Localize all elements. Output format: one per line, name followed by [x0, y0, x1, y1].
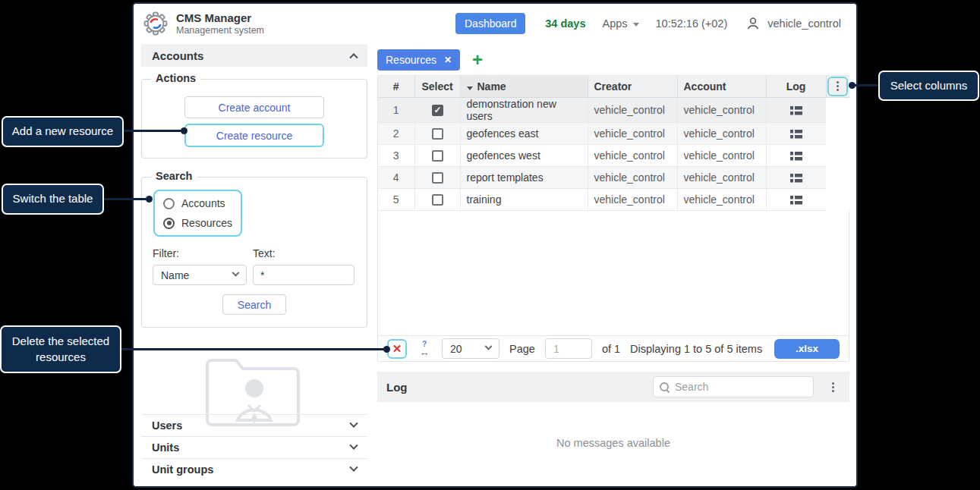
row-checkbox[interactable]	[432, 105, 443, 116]
row-checkbox[interactable]	[432, 172, 443, 184]
log-menu-button[interactable]	[825, 379, 840, 394]
log-title: Log	[386, 381, 408, 394]
app-window: CMS Manager Management system Dashboard …	[132, 2, 858, 488]
row-checkbox[interactable]	[432, 128, 443, 140]
main-content: Resources ✕ + # Select Name Creator Acco…	[377, 44, 849, 71]
user-chip[interactable]: vehicle_control	[745, 16, 841, 31]
sidebar-section-unit-groups[interactable]: Unit groups	[141, 458, 367, 480]
chevron-up-icon	[349, 53, 358, 61]
radio-resources-control[interactable]	[163, 218, 175, 229]
radio-accounts-control[interactable]	[163, 198, 175, 209]
user-name: vehicle_control	[767, 17, 841, 30]
connector-dot	[146, 196, 153, 203]
row-num: 2	[378, 122, 414, 144]
page-label: Page	[509, 343, 535, 355]
filter-label: Filter:	[153, 247, 253, 259]
row-num: 1	[378, 97, 414, 122]
row-checkbox[interactable]	[432, 194, 443, 206]
table-row[interactable]: 4 report templates vehicle_control vehic…	[378, 166, 849, 188]
page-size-select[interactable]: 20	[442, 338, 499, 359]
row-checkbox[interactable]	[432, 150, 443, 162]
page-size-value: 20	[450, 343, 462, 355]
log-icon[interactable]	[790, 152, 802, 161]
row-num: 5	[378, 188, 414, 210]
connector-line	[102, 198, 150, 200]
row-name: demonstration new users	[460, 97, 588, 122]
row-name: report templates	[460, 166, 588, 188]
table-row[interactable]: 2 geofences east vehicle_control vehicle…	[378, 122, 849, 144]
log-icon[interactable]	[790, 196, 802, 205]
column-header-num[interactable]: #	[378, 76, 414, 97]
add-tab-button[interactable]: +	[472, 51, 483, 69]
column-header-log[interactable]: Log	[766, 76, 826, 97]
connector-dot	[181, 127, 187, 134]
tab-bar: Resources ✕ +	[377, 49, 849, 71]
row-name: geofences west	[460, 144, 588, 166]
fit-columns-icon[interactable]: ? ↔	[417, 341, 432, 357]
items-summary: Displaying 1 to 5 of 5 items	[630, 343, 762, 355]
apps-menu[interactable]: Apps	[602, 17, 638, 30]
apps-menu-label: Apps	[602, 17, 627, 30]
pagination-bar: ✕ ? ↔ 20 Page of 1 Displaying 1 to 5 of …	[378, 335, 849, 361]
table-header-row: # Select Name Creator Account Log	[378, 76, 849, 97]
row-account: vehicle_control	[677, 166, 766, 188]
connector-dot	[849, 82, 856, 89]
table-type-radio-group: Accounts Resources	[153, 190, 242, 237]
row-creator: vehicle_control	[588, 166, 677, 188]
accounts-section-label: Accounts	[152, 49, 203, 62]
column-header-account[interactable]: Account	[677, 76, 766, 97]
log-icon[interactable]	[790, 130, 802, 139]
row-creator: vehicle_control	[588, 188, 677, 210]
clock: 10:52:16 (+02)	[656, 17, 728, 30]
create-account-button[interactable]: Create account	[184, 96, 324, 118]
table-row[interactable]: 3 geofences west vehicle_control vehicle…	[378, 144, 849, 166]
log-empty-message: No messages available	[377, 437, 849, 449]
chevron-down-icon	[232, 269, 240, 277]
callout-delete-selected: Delete the selected resources	[0, 325, 121, 373]
callout-add-resource: Add a new resource	[2, 116, 124, 147]
log-panel: Log No messages available	[377, 372, 849, 449]
chevron-down-icon	[349, 419, 358, 428]
text-label: Text:	[253, 247, 276, 259]
create-resource-button[interactable]: Create resource	[184, 124, 324, 147]
units-section-label: Units	[152, 441, 179, 454]
sidebar-section-units[interactable]: Units	[141, 436, 367, 458]
column-header-name[interactable]: Name	[460, 76, 588, 97]
caret-down-icon	[633, 23, 639, 27]
log-search-box[interactable]	[653, 376, 814, 397]
resources-table-panel: # Select Name Creator Account Log	[377, 75, 849, 362]
filter-select[interactable]: Name	[153, 265, 247, 285]
app-title: CMS Manager	[176, 11, 264, 25]
radio-accounts[interactable]: Accounts	[163, 197, 232, 209]
connector-line	[121, 130, 187, 132]
log-search-input[interactable]	[675, 381, 812, 393]
sidebar-section-accounts[interactable]: Accounts	[141, 44, 367, 67]
search-text-input[interactable]	[253, 265, 355, 285]
radio-resources[interactable]: Resources	[163, 217, 232, 229]
page-number-input[interactable]	[545, 338, 592, 359]
row-num: 4	[378, 166, 414, 188]
column-header-select[interactable]: Select	[414, 76, 460, 97]
tab-resources[interactable]: Resources ✕	[377, 49, 460, 71]
column-header-creator[interactable]: Creator	[588, 76, 677, 97]
select-columns-button[interactable]	[827, 77, 848, 96]
table-row[interactable]: 5 training vehicle_control vehicle_contr…	[378, 188, 849, 210]
tab-resources-label: Resources	[386, 54, 436, 66]
filter-select-value: Name	[161, 269, 189, 281]
close-tab-icon[interactable]: ✕	[444, 55, 452, 65]
search-button[interactable]: Search	[222, 294, 286, 315]
cms-gear-logo-icon	[143, 11, 169, 36]
sidebar-section-users[interactable]: Users	[141, 414, 367, 436]
connector-line	[119, 348, 389, 350]
table-row[interactable]: 1 demonstration new users vehicle_contro…	[378, 97, 849, 122]
users-section-label: Users	[152, 419, 182, 432]
log-panel-header: Log	[377, 372, 849, 402]
connector-dot	[383, 346, 390, 353]
chevron-down-icon	[485, 343, 493, 350]
sidebar: Accounts Actions Create account Create r…	[141, 44, 367, 429]
row-account: vehicle_control	[677, 188, 766, 210]
export-xlsx-button[interactable]: .xlsx	[774, 339, 840, 359]
log-icon[interactable]	[790, 106, 802, 115]
log-icon[interactable]	[790, 174, 802, 183]
dashboard-button[interactable]: Dashboard	[455, 13, 525, 34]
